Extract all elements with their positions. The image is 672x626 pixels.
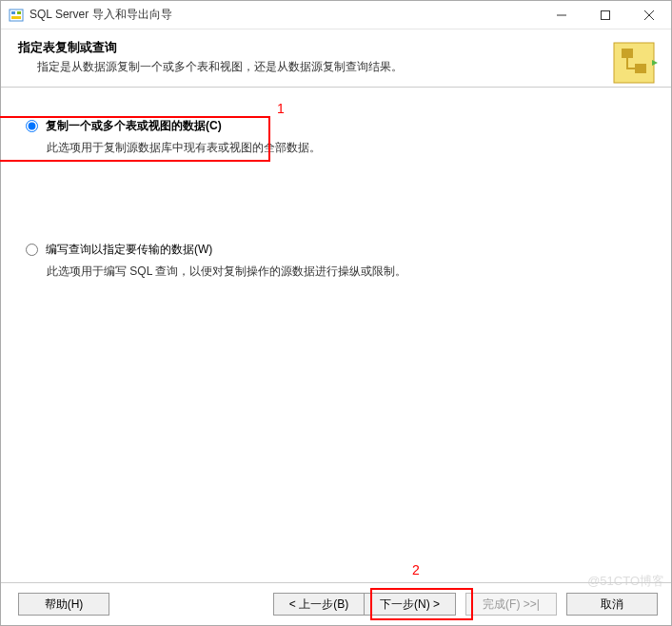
radio-write-query-label: 编写查询以指定要传输的数据(W) (46, 242, 212, 258)
wizard-icon (610, 39, 658, 87)
wizard-header: 指定表复制或查询 指定是从数据源复制一个或多个表和视图，还是从数据源复制查询结果… (1, 29, 671, 88)
window-controls (540, 1, 671, 29)
svg-rect-8 (614, 43, 654, 83)
nav-buttons: < 上一步(B) 下一步(N) > (273, 593, 456, 616)
radio-write-query-input[interactable] (26, 244, 38, 256)
svg-rect-2 (17, 11, 21, 14)
svg-rect-3 (11, 16, 21, 19)
annotation-marker-2: 2 (412, 562, 420, 577)
svg-rect-9 (622, 49, 633, 58)
svg-rect-1 (11, 11, 15, 14)
svg-rect-10 (635, 64, 646, 73)
annotation-marker-1: 1 (277, 101, 285, 116)
svg-marker-11 (652, 60, 658, 66)
maximize-button[interactable] (583, 1, 627, 29)
page-subtitle: 指定是从数据源复制一个或多个表和视图，还是从数据源复制查询结果。 (37, 59, 654, 75)
svg-rect-5 (602, 10, 610, 19)
app-icon (9, 8, 24, 23)
minimize-button[interactable] (540, 1, 583, 29)
titlebar: SQL Server 导入和导出向导 (1, 1, 671, 29)
wizard-content: 1 复制一个或多个表或视图的数据(C) 此选项用于复制源数据库中现有表或视图的全… (1, 88, 671, 582)
radio-copy-tables-label: 复制一个或多个表或视图的数据(C) (46, 118, 222, 134)
option-copy-tables-desc: 此选项用于复制源数据库中现有表或视图的全部数据。 (47, 140, 654, 156)
help-button[interactable]: 帮助(H) (18, 593, 109, 616)
cancel-button[interactable]: 取消 (566, 593, 658, 616)
finish-button: 完成(F) >>| (465, 593, 557, 616)
radio-copy-tables[interactable]: 复制一个或多个表或视图的数据(C) (26, 118, 654, 134)
wizard-window: SQL Server 导入和导出向导 指定表复制或查询 指定是从数据源复制一个或… (0, 0, 672, 626)
wizard-footer: 2 帮助(H) < 上一步(B) 下一步(N) > 完成(F) >>| 取消 (1, 582, 671, 625)
page-title: 指定表复制或查询 (18, 39, 654, 56)
radio-write-query[interactable]: 编写查询以指定要传输的数据(W) (26, 242, 654, 258)
svg-rect-0 (10, 10, 23, 21)
next-button[interactable]: 下一步(N) > (365, 593, 456, 616)
back-button[interactable]: < 上一步(B) (273, 593, 365, 616)
option-write-query: 编写查询以指定要传输的数据(W) 此选项用于编写 SQL 查询，以便对复制操作的… (26, 242, 654, 280)
option-copy-tables: 复制一个或多个表或视图的数据(C) 此选项用于复制源数据库中现有表或视图的全部数… (26, 118, 654, 156)
close-button[interactable] (627, 1, 671, 29)
window-title: SQL Server 导入和导出向导 (30, 7, 540, 23)
radio-copy-tables-input[interactable] (26, 120, 38, 132)
option-write-query-desc: 此选项用于编写 SQL 查询，以便对复制操作的源数据进行操纵或限制。 (47, 264, 654, 280)
